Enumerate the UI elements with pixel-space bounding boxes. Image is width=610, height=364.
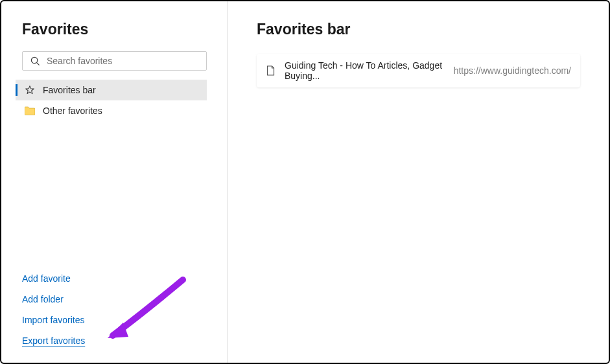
add-favorite-link[interactable]: Add favorite [22, 273, 71, 284]
folder-list: Favorites bar Other favorites [1, 80, 228, 121]
search-icon [30, 56, 40, 66]
svg-line-1 [37, 62, 40, 65]
bookmark-url: https://www.guidingtech.com/ [454, 65, 571, 76]
main-panel: Favorites bar Guiding Tech - How To Arti… [228, 1, 609, 363]
sidebar-item-label: Favorites bar [43, 85, 96, 95]
folder-icon [25, 106, 35, 115]
sidebar-item-label: Other favorites [43, 106, 102, 116]
search-input[interactable] [47, 56, 200, 66]
sidebar: Favorites Favorites bar Other favorites [1, 1, 228, 363]
star-icon [25, 85, 35, 95]
export-favorites-link[interactable]: Export favorites [22, 336, 85, 346]
search-box[interactable] [22, 51, 207, 71]
sidebar-item-other-favorites[interactable]: Other favorites [16, 100, 207, 121]
svg-marker-2 [26, 86, 34, 94]
import-favorites-link[interactable]: Import favorites [22, 315, 84, 325]
bookmark-row[interactable]: Guiding Tech - How To Articles, Gadget B… [257, 54, 580, 87]
page-icon [266, 65, 276, 76]
sidebar-item-favorites-bar[interactable]: Favorites bar [16, 80, 207, 100]
sidebar-actions: Add favorite Add folder Import favorites… [22, 273, 207, 347]
svg-point-0 [31, 57, 37, 63]
add-folder-link[interactable]: Add folder [22, 294, 64, 304]
main-title: Favorites bar [257, 21, 580, 38]
bookmark-title: Guiding Tech - How To Articles, Gadget B… [285, 60, 446, 81]
sidebar-title: Favorites [22, 21, 207, 38]
